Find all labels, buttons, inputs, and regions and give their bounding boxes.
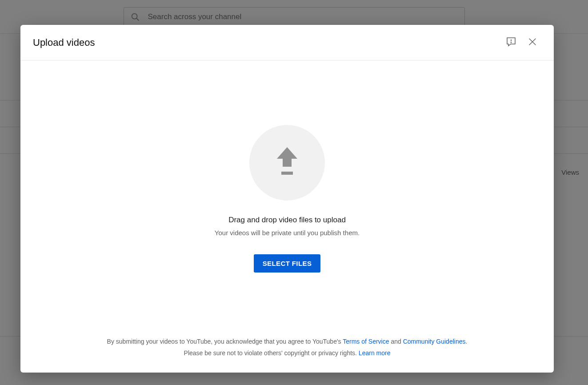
footer-text: By submitting your videos to YouTube, yo…: [107, 338, 343, 345]
close-button[interactable]: [524, 34, 541, 52]
community-guidelines-link[interactable]: Community Guidelines: [403, 338, 466, 345]
terms-of-service-link[interactable]: Terms of Service: [343, 338, 389, 345]
upload-modal: Upload videos Drag: [20, 25, 554, 373]
modal-title: Upload videos: [33, 37, 499, 48]
footer-line-2: Please be sure not to violate others' co…: [34, 347, 540, 359]
select-files-button[interactable]: SELECT FILES: [254, 254, 321, 273]
modal-footer: By submitting your videos to YouTube, yo…: [20, 329, 554, 373]
close-icon: [528, 37, 537, 48]
upload-dropzone[interactable]: [249, 125, 325, 201]
learn-more-link[interactable]: Learn more: [359, 349, 391, 357]
footer-text: .: [465, 338, 467, 345]
svg-point-3: [511, 42, 511, 43]
modal-body: Drag and drop video files to upload Your…: [20, 60, 554, 329]
feedback-icon: [506, 36, 516, 49]
upload-arrow-icon: [275, 147, 299, 178]
drag-drop-subtitle: Your videos will be private until you pu…: [215, 229, 360, 237]
modal-header: Upload videos: [20, 25, 554, 60]
footer-text: and: [389, 338, 403, 345]
svg-rect-6: [281, 172, 293, 175]
footer-line-1: By submitting your videos to YouTube, yo…: [34, 336, 540, 348]
footer-text: Please be sure not to violate others' co…: [184, 349, 359, 357]
feedback-button[interactable]: [502, 34, 520, 52]
drag-drop-title: Drag and drop video files to upload: [228, 216, 346, 225]
